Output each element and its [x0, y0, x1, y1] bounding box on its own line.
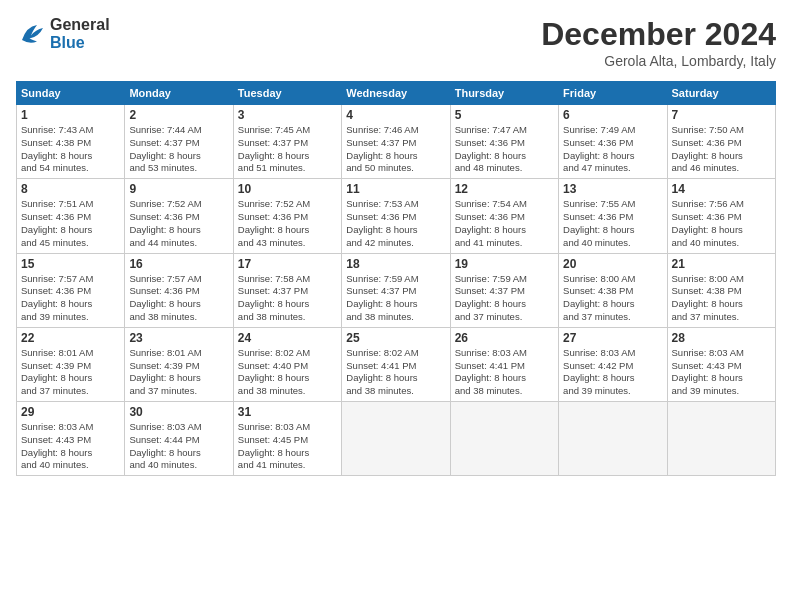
table-row: 5Sunrise: 7:47 AMSunset: 4:36 PMDaylight… — [450, 105, 558, 179]
table-row: 20Sunrise: 8:00 AMSunset: 4:38 PMDayligh… — [559, 253, 667, 327]
day-number: 2 — [129, 108, 228, 122]
day-number: 29 — [21, 405, 120, 419]
calendar-week-row: 1Sunrise: 7:43 AMSunset: 4:38 PMDaylight… — [17, 105, 776, 179]
day-info: Sunrise: 8:01 AMSunset: 4:39 PMDaylight:… — [129, 347, 228, 398]
day-info: Sunrise: 8:01 AMSunset: 4:39 PMDaylight:… — [21, 347, 120, 398]
day-info: Sunrise: 7:50 AMSunset: 4:36 PMDaylight:… — [672, 124, 771, 175]
day-number: 11 — [346, 182, 445, 196]
day-info: Sunrise: 8:03 AMSunset: 4:43 PMDaylight:… — [672, 347, 771, 398]
table-row: 17Sunrise: 7:58 AMSunset: 4:37 PMDayligh… — [233, 253, 341, 327]
day-info: Sunrise: 7:59 AMSunset: 4:37 PMDaylight:… — [455, 273, 554, 324]
table-row: 12Sunrise: 7:54 AMSunset: 4:36 PMDayligh… — [450, 179, 558, 253]
table-row — [559, 402, 667, 476]
header-monday: Monday — [125, 82, 233, 105]
calendar-week-row: 15Sunrise: 7:57 AMSunset: 4:36 PMDayligh… — [17, 253, 776, 327]
day-info: Sunrise: 7:44 AMSunset: 4:37 PMDaylight:… — [129, 124, 228, 175]
table-row: 8Sunrise: 7:51 AMSunset: 4:36 PMDaylight… — [17, 179, 125, 253]
calendar: Sunday Monday Tuesday Wednesday Thursday… — [16, 81, 776, 476]
table-row: 9Sunrise: 7:52 AMSunset: 4:36 PMDaylight… — [125, 179, 233, 253]
table-row: 25Sunrise: 8:02 AMSunset: 4:41 PMDayligh… — [342, 327, 450, 401]
header-thursday: Thursday — [450, 82, 558, 105]
day-number: 13 — [563, 182, 662, 196]
day-info: Sunrise: 7:56 AMSunset: 4:36 PMDaylight:… — [672, 198, 771, 249]
location-subtitle: Gerola Alta, Lombardy, Italy — [541, 53, 776, 69]
table-row: 27Sunrise: 8:03 AMSunset: 4:42 PMDayligh… — [559, 327, 667, 401]
calendar-week-row: 22Sunrise: 8:01 AMSunset: 4:39 PMDayligh… — [17, 327, 776, 401]
table-row: 6Sunrise: 7:49 AMSunset: 4:36 PMDaylight… — [559, 105, 667, 179]
day-number: 23 — [129, 331, 228, 345]
table-row: 22Sunrise: 8:01 AMSunset: 4:39 PMDayligh… — [17, 327, 125, 401]
day-info: Sunrise: 7:49 AMSunset: 4:36 PMDaylight:… — [563, 124, 662, 175]
calendar-week-row: 29Sunrise: 8:03 AMSunset: 4:43 PMDayligh… — [17, 402, 776, 476]
day-info: Sunrise: 8:03 AMSunset: 4:42 PMDaylight:… — [563, 347, 662, 398]
table-row: 2Sunrise: 7:44 AMSunset: 4:37 PMDaylight… — [125, 105, 233, 179]
day-info: Sunrise: 7:43 AMSunset: 4:38 PMDaylight:… — [21, 124, 120, 175]
day-number: 28 — [672, 331, 771, 345]
table-row: 4Sunrise: 7:46 AMSunset: 4:37 PMDaylight… — [342, 105, 450, 179]
day-number: 27 — [563, 331, 662, 345]
day-info: Sunrise: 7:59 AMSunset: 4:37 PMDaylight:… — [346, 273, 445, 324]
day-number: 1 — [21, 108, 120, 122]
header-friday: Friday — [559, 82, 667, 105]
table-row: 24Sunrise: 8:02 AMSunset: 4:40 PMDayligh… — [233, 327, 341, 401]
day-number: 7 — [672, 108, 771, 122]
table-row: 13Sunrise: 7:55 AMSunset: 4:36 PMDayligh… — [559, 179, 667, 253]
table-row: 1Sunrise: 7:43 AMSunset: 4:38 PMDaylight… — [17, 105, 125, 179]
day-number: 3 — [238, 108, 337, 122]
day-info: Sunrise: 8:00 AMSunset: 4:38 PMDaylight:… — [563, 273, 662, 324]
day-info: Sunrise: 7:58 AMSunset: 4:37 PMDaylight:… — [238, 273, 337, 324]
day-info: Sunrise: 8:03 AMSunset: 4:41 PMDaylight:… — [455, 347, 554, 398]
day-info: Sunrise: 7:57 AMSunset: 4:36 PMDaylight:… — [21, 273, 120, 324]
day-info: Sunrise: 7:46 AMSunset: 4:37 PMDaylight:… — [346, 124, 445, 175]
day-info: Sunrise: 8:03 AMSunset: 4:45 PMDaylight:… — [238, 421, 337, 472]
table-row — [342, 402, 450, 476]
table-row: 16Sunrise: 7:57 AMSunset: 4:36 PMDayligh… — [125, 253, 233, 327]
day-info: Sunrise: 8:03 AMSunset: 4:43 PMDaylight:… — [21, 421, 120, 472]
table-row: 21Sunrise: 8:00 AMSunset: 4:38 PMDayligh… — [667, 253, 775, 327]
day-number: 15 — [21, 257, 120, 271]
day-number: 20 — [563, 257, 662, 271]
calendar-header-row: Sunday Monday Tuesday Wednesday Thursday… — [17, 82, 776, 105]
day-number: 12 — [455, 182, 554, 196]
day-info: Sunrise: 8:03 AMSunset: 4:44 PMDaylight:… — [129, 421, 228, 472]
day-number: 4 — [346, 108, 445, 122]
table-row: 26Sunrise: 8:03 AMSunset: 4:41 PMDayligh… — [450, 327, 558, 401]
header-sunday: Sunday — [17, 82, 125, 105]
table-row — [667, 402, 775, 476]
day-number: 21 — [672, 257, 771, 271]
day-number: 19 — [455, 257, 554, 271]
day-number: 6 — [563, 108, 662, 122]
month-title: December 2024 — [541, 16, 776, 53]
day-number: 31 — [238, 405, 337, 419]
day-info: Sunrise: 7:57 AMSunset: 4:36 PMDaylight:… — [129, 273, 228, 324]
day-number: 22 — [21, 331, 120, 345]
day-number: 8 — [21, 182, 120, 196]
day-info: Sunrise: 7:47 AMSunset: 4:36 PMDaylight:… — [455, 124, 554, 175]
page: General Blue December 2024 Gerola Alta, … — [0, 0, 792, 612]
table-row: 23Sunrise: 8:01 AMSunset: 4:39 PMDayligh… — [125, 327, 233, 401]
day-number: 5 — [455, 108, 554, 122]
day-info: Sunrise: 8:00 AMSunset: 4:38 PMDaylight:… — [672, 273, 771, 324]
header-tuesday: Tuesday — [233, 82, 341, 105]
table-row: 10Sunrise: 7:52 AMSunset: 4:36 PMDayligh… — [233, 179, 341, 253]
day-number: 26 — [455, 331, 554, 345]
day-info: Sunrise: 7:52 AMSunset: 4:36 PMDaylight:… — [129, 198, 228, 249]
day-info: Sunrise: 7:55 AMSunset: 4:36 PMDaylight:… — [563, 198, 662, 249]
day-number: 24 — [238, 331, 337, 345]
header: General Blue December 2024 Gerola Alta, … — [16, 16, 776, 69]
table-row: 3Sunrise: 7:45 AMSunset: 4:37 PMDaylight… — [233, 105, 341, 179]
table-row: 11Sunrise: 7:53 AMSunset: 4:36 PMDayligh… — [342, 179, 450, 253]
logo: General Blue — [16, 16, 110, 52]
day-info: Sunrise: 7:51 AMSunset: 4:36 PMDaylight:… — [21, 198, 120, 249]
day-number: 25 — [346, 331, 445, 345]
table-row: 14Sunrise: 7:56 AMSunset: 4:36 PMDayligh… — [667, 179, 775, 253]
header-saturday: Saturday — [667, 82, 775, 105]
day-info: Sunrise: 7:52 AMSunset: 4:36 PMDaylight:… — [238, 198, 337, 249]
day-info: Sunrise: 7:45 AMSunset: 4:37 PMDaylight:… — [238, 124, 337, 175]
day-info: Sunrise: 8:02 AMSunset: 4:40 PMDaylight:… — [238, 347, 337, 398]
logo-bird-icon — [16, 19, 46, 49]
day-info: Sunrise: 8:02 AMSunset: 4:41 PMDaylight:… — [346, 347, 445, 398]
table-row: 19Sunrise: 7:59 AMSunset: 4:37 PMDayligh… — [450, 253, 558, 327]
day-number: 9 — [129, 182, 228, 196]
day-number: 16 — [129, 257, 228, 271]
